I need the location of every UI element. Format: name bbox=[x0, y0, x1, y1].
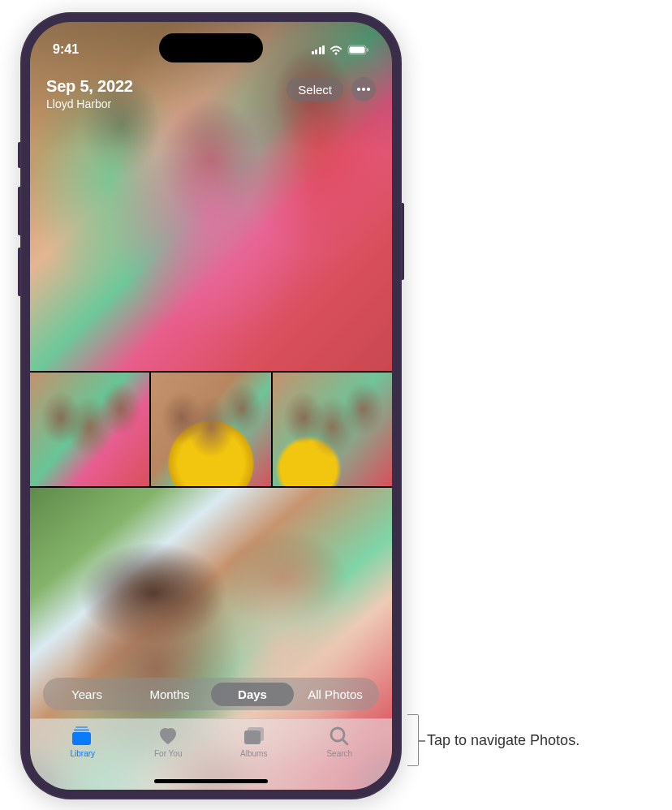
view-segment-control: Years Months Days All Photos bbox=[43, 678, 379, 710]
library-icon bbox=[71, 726, 95, 747]
status-right bbox=[312, 45, 370, 55]
search-icon bbox=[327, 726, 351, 747]
volume-up-button bbox=[18, 187, 20, 235]
segment-months[interactable]: Months bbox=[128, 683, 211, 706]
photo-thumbnail[interactable] bbox=[151, 373, 270, 486]
svg-rect-2 bbox=[367, 48, 368, 52]
photo-thumbnail[interactable] bbox=[273, 373, 392, 486]
more-button[interactable] bbox=[351, 77, 376, 101]
screen: 9:41 Sep 5, 2022 Lloyd Harbor Select bbox=[30, 22, 392, 790]
svg-rect-1 bbox=[350, 46, 365, 53]
hero-photo[interactable] bbox=[30, 22, 392, 371]
svg-line-9 bbox=[342, 739, 347, 744]
for-you-icon bbox=[156, 726, 180, 747]
tab-label: Albums bbox=[240, 749, 267, 758]
svg-rect-4 bbox=[74, 730, 89, 731]
annotation-callout: Tap to navigate Photos. bbox=[407, 714, 579, 766]
svg-rect-3 bbox=[75, 726, 88, 728]
tab-label: Search bbox=[326, 749, 352, 758]
header-actions: Select bbox=[286, 77, 376, 101]
status-time: 9:41 bbox=[53, 42, 79, 57]
svg-rect-7 bbox=[248, 727, 264, 741]
photo-location: Lloyd Harbor bbox=[46, 97, 133, 110]
tab-label: Library bbox=[70, 749, 95, 758]
callout-bracket-icon bbox=[407, 714, 419, 766]
tab-search[interactable]: Search bbox=[307, 726, 372, 790]
svg-rect-5 bbox=[72, 732, 91, 745]
volume-down-button bbox=[18, 248, 20, 296]
callout-text: Tap to navigate Photos. bbox=[427, 732, 579, 749]
cellular-icon bbox=[312, 45, 325, 54]
home-indicator[interactable] bbox=[154, 779, 268, 783]
wifi-icon bbox=[329, 45, 343, 55]
segment-years[interactable]: Years bbox=[45, 683, 128, 706]
dynamic-island bbox=[159, 33, 263, 62]
photo-date: Sep 5, 2022 bbox=[46, 77, 133, 96]
tab-label: For You bbox=[154, 749, 182, 758]
thumbnail-row bbox=[30, 373, 392, 486]
photo-thumbnail[interactable] bbox=[30, 373, 149, 486]
select-button[interactable]: Select bbox=[286, 77, 343, 101]
segment-all-photos[interactable]: All Photos bbox=[294, 683, 377, 706]
battery-icon bbox=[347, 45, 369, 55]
power-button bbox=[402, 203, 404, 280]
tab-library[interactable]: Library bbox=[50, 726, 115, 790]
silence-switch bbox=[18, 142, 20, 168]
albums-icon bbox=[242, 726, 266, 747]
segment-days[interactable]: Days bbox=[211, 683, 294, 706]
phone-frame: 9:41 Sep 5, 2022 Lloyd Harbor Select bbox=[20, 12, 402, 799]
header-info: Sep 5, 2022 Lloyd Harbor bbox=[46, 77, 133, 110]
